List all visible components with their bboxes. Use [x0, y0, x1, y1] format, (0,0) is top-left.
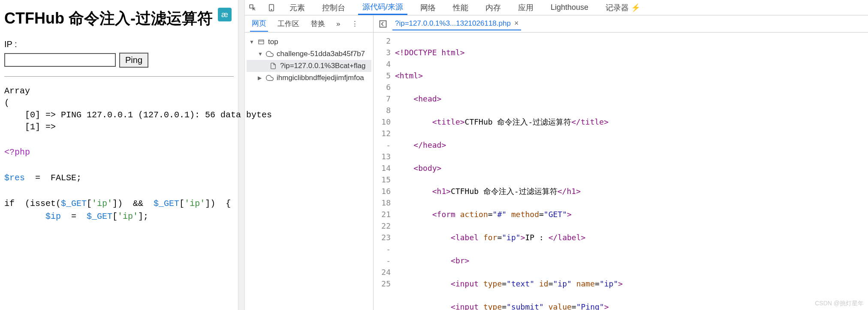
tab-recorder[interactable]: 记录器 ⚡	[601, 1, 645, 15]
chevron-down-icon: ▼	[258, 51, 263, 57]
translate-badge[interactable]: æ	[218, 8, 232, 21]
file-tab-label: ?ip=127.0.0.1%3...1321026118.php	[395, 19, 511, 28]
tab-console[interactable]: 控制台	[318, 1, 350, 15]
device-icon[interactable]	[266, 3, 277, 13]
tree-label: ?ip=127.0.0.1%3Bcat+flag	[280, 62, 365, 70]
tree-label: challenge-51dda3ab45f7b7	[277, 50, 365, 58]
toggle-nav-icon[interactable]	[378, 19, 388, 29]
chevron-right-icon: ▶	[258, 75, 263, 81]
tree-domain[interactable]: ▼ challenge-51dda3ab45f7b7	[247, 48, 371, 60]
divider	[4, 76, 234, 77]
svg-rect-4	[259, 40, 264, 44]
devtools-panel: 元素 控制台 源代码/来源 网络 性能 内存 应用 Lighthouse 记录器…	[245, 0, 868, 310]
tab-lighthouse[interactable]: Lighthouse	[546, 1, 593, 14]
ip-label: IP :	[4, 39, 234, 49]
tree-label: ihmgiclibbndffejedjimfjmfoa	[277, 74, 364, 82]
subtab-page[interactable]: 网页	[250, 16, 268, 32]
tree-top[interactable]: ▼ top	[247, 36, 371, 48]
code-content: <!DOCTYPE html> <html> <head> <title>CTF…	[395, 33, 868, 310]
svg-point-2	[271, 9, 272, 10]
ping-button[interactable]: Ping	[119, 53, 148, 68]
tab-application[interactable]: 应用	[514, 1, 538, 15]
tree-file[interactable]: ?ip=127.0.0.1%3Bcat+flag	[247, 60, 371, 72]
devtools-subbar: 网页 工作区 替换 » ⋮ ?ip=127.0.0.1%3...13210261…	[245, 15, 868, 33]
svg-rect-3	[380, 21, 386, 27]
cloud-icon	[265, 50, 274, 58]
ip-input[interactable]	[4, 53, 116, 67]
tree-extension[interactable]: ▶ ihmgiclibbndffejedjimfjmfoa	[247, 72, 371, 84]
line-gutter: 23456781012-1314151618212223--2425	[374, 33, 395, 310]
cloud-icon	[265, 74, 274, 82]
tab-memory[interactable]: 内存	[481, 1, 505, 15]
page-title: CTFHub 命令注入-过滤运算符	[4, 9, 234, 29]
window-icon	[257, 38, 265, 46]
file-icon	[269, 62, 277, 70]
more-icon[interactable]: ⋮	[350, 19, 360, 29]
tree-label: top	[268, 38, 278, 46]
tab-performance[interactable]: 性能	[449, 1, 473, 15]
tab-sources[interactable]: 源代码/来源	[358, 0, 407, 15]
file-tab[interactable]: ?ip=127.0.0.1%3...1321026118.php ×	[392, 17, 521, 30]
subtab-more[interactable]: »	[335, 17, 342, 31]
chevron-down-icon: ▼	[249, 39, 254, 45]
watermark: CSDN @挑灯星年	[815, 300, 864, 307]
tab-network[interactable]: 网络	[416, 1, 440, 15]
php-source: <?php $res = FALSE; if (isset($_GET['ip'…	[4, 146, 234, 223]
page-content: æ CTFHub 命令注入-过滤运算符 IP : Ping Array ( [0…	[0, 0, 238, 310]
tab-elements[interactable]: 元素	[285, 1, 309, 15]
subtab-overrides[interactable]: 替换	[309, 16, 327, 31]
scrollbar[interactable]	[238, 0, 245, 310]
file-tree: ▼ top ▼ challenge-51dda3ab45f7b7 ?ip=127…	[245, 33, 374, 310]
ping-output: Array ( [0] => PING 127.0.0.1 (127.0.0.1…	[4, 85, 234, 133]
svg-rect-0	[250, 5, 253, 8]
close-icon[interactable]: ×	[514, 19, 519, 28]
devtools-tabbar: 元素 控制台 源代码/来源 网络 性能 内存 应用 Lighthouse 记录器…	[245, 0, 868, 15]
subtab-workspace[interactable]: 工作区	[276, 16, 301, 31]
code-editor[interactable]: 23456781012-1314151618212223--2425 <!DOC…	[374, 33, 868, 310]
inspect-icon[interactable]	[247, 3, 258, 13]
